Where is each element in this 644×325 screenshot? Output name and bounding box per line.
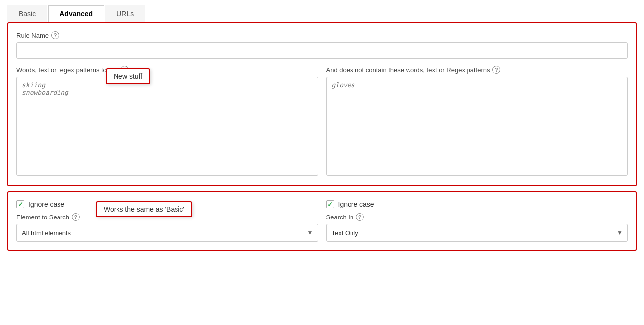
tooltip-works-same: Works the same as 'Basic' [96,201,192,217]
element-search-help-icon[interactable]: ? [72,213,80,221]
rule-name-label: Rule Name [16,32,49,39]
patterns-exclude-label-row: And does not contain these words, text o… [326,66,628,74]
patterns-exclude-col: And does not contain these words, text o… [326,66,628,177]
tab-basic[interactable]: Basic [7,5,47,22]
ignore-case-left-checkbox[interactable]: ✓ [16,200,24,208]
patterns-columns: Words, text or regex patterns to find ? … [16,66,628,177]
ignore-case-left-label: Ignore case [28,200,64,208]
options-left-col: ✓ Ignore case Element to Search ? Works … [16,200,318,242]
patterns-exclude-label: And does not contain these words, text o… [326,66,490,74]
search-in-label: Search In [326,214,354,221]
search-in-select[interactable]: Text Only HTML Attribute Values [326,224,628,242]
ignore-case-right-checkbox[interactable]: ✓ [326,200,334,208]
panel-patterns: Rule Name ? Words, text or regex pattern… [7,22,637,186]
options-right-col: ✓ Ignore case Search In ? Text Only HTML… [326,200,628,242]
search-in-help-icon[interactable]: ? [356,213,364,221]
patterns-find-textarea[interactable] [16,77,318,176]
patterns-exclude-help-icon[interactable]: ? [492,66,500,74]
search-in-label-row: Search In ? [326,213,628,221]
patterns-find-col: Words, text or regex patterns to find ? … [16,66,318,177]
tooltip-new-stuff: New stuff [106,68,150,84]
ignore-case-right-row: ✓ Ignore case [326,200,628,208]
search-in-select-wrapper: Text Only HTML Attribute Values ▼ [326,224,628,242]
patterns-exclude-textarea[interactable] [326,77,628,176]
element-search-label: Element to Search [16,214,69,221]
element-search-select[interactable]: All html elements Body Head Title [16,224,318,242]
panel-options: ✓ Ignore case Element to Search ? Works … [7,191,637,251]
ignore-case-right-label: Ignore case [338,200,374,208]
element-search-select-wrapper: All html elements Body Head Title ▼ [16,224,318,242]
tab-advanced[interactable]: Advanced [48,5,104,22]
tab-bar: Basic Advanced URLs [7,5,637,22]
options-columns: ✓ Ignore case Element to Search ? Works … [16,200,628,242]
patterns-find-label: Words, text or regex patterns to find [16,66,118,74]
ignore-case-left-checkmark: ✓ [18,201,23,208]
rule-name-help-icon[interactable]: ? [51,31,59,39]
patterns-find-label-row: Words, text or regex patterns to find ? [16,66,318,74]
tab-urls[interactable]: URLs [105,5,145,22]
rule-name-label-row: Rule Name ? [16,31,628,39]
rule-name-input[interactable] [16,42,628,59]
ignore-case-right-checkmark: ✓ [327,201,333,208]
